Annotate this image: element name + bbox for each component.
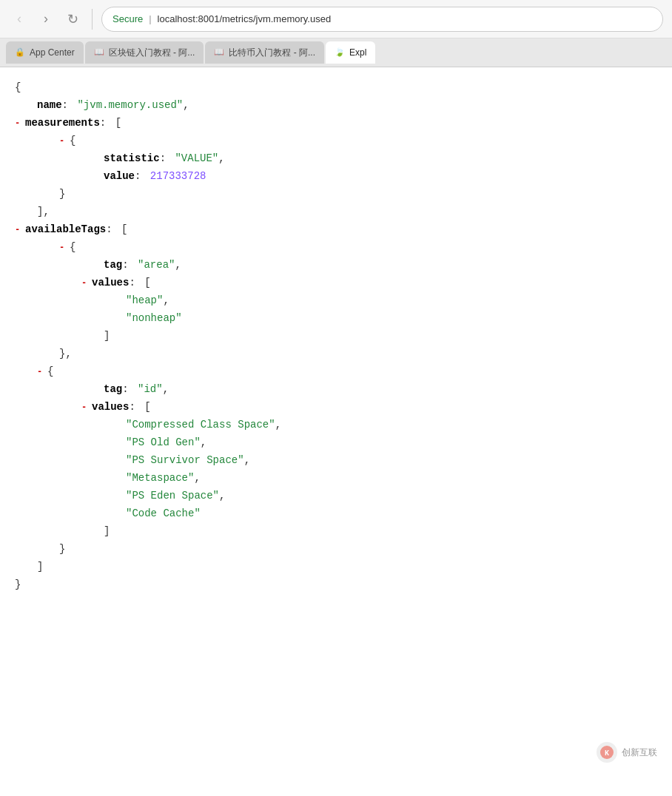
line-tag2-values-key: - values : [: [15, 399, 657, 416]
watermark: K 创新互联: [597, 742, 657, 763]
nav-divider: [92, 9, 93, 30]
value-colon: :: [135, 168, 147, 186]
line-statistic: statistic : "VALUE" ,: [15, 150, 657, 168]
line-tag1-val-nonheap: "nonheap": [15, 310, 657, 328]
line-tag1-val-heap: "heap" ,: [15, 292, 657, 310]
tag2-values-colon: :: [129, 399, 141, 416]
reload-button[interactable]: ↻: [62, 9, 83, 30]
tag1-brace-close: },: [59, 345, 72, 363]
measurements-colon: :: [100, 115, 112, 132]
measurements-item-brace-close: }: [59, 186, 65, 203]
measurements-bracket-close: ],: [37, 203, 50, 221]
available-tags-bracket-close: ]: [37, 559, 43, 576]
tag2-values-bracket-open: [: [144, 399, 150, 416]
address-bar[interactable]: Secure | localhost:8001/metrics/jvm.memo…: [101, 7, 663, 32]
root-close-brace: }: [15, 576, 21, 594]
tag2-val-comma-2: ,: [244, 452, 250, 470]
tag2-brace-close: }: [59, 541, 65, 559]
watermark-icon: K: [597, 742, 617, 763]
tag1-colon: :: [122, 257, 135, 274]
measurements-item-collapse[interactable]: -: [59, 134, 67, 149]
tab-appcenter[interactable]: 🔒 App Center: [6, 41, 84, 64]
tag1-val-heap-comma: ,: [163, 292, 169, 310]
line-measurements-close: ],: [15, 203, 657, 221]
line-value: value : 217333728: [15, 168, 657, 186]
green-leaf-icon: 🍃: [335, 47, 345, 58]
line-root-close: }: [15, 576, 657, 594]
line-name: name : "jvm.memory.used" ,: [15, 97, 657, 115]
tag1-values-collapse[interactable]: -: [81, 276, 89, 291]
tag1-values-colon: :: [129, 274, 141, 292]
tag2-val-comma-4: ,: [219, 488, 225, 505]
value-number: 217333728: [150, 168, 206, 186]
tag2-values-collapse[interactable]: -: [81, 400, 89, 415]
tag1-key: tag: [104, 257, 122, 274]
line-tag2-val-3: "Metaspace" ,: [15, 470, 657, 488]
forward-button[interactable]: ›: [36, 9, 56, 30]
measurements-item-brace-open: {: [70, 132, 75, 150]
tab-bitcoin-label: 比特币入门教程 - 阿...: [229, 47, 315, 59]
measurements-collapse[interactable]: -: [15, 116, 22, 131]
tag2-collapse[interactable]: -: [37, 365, 44, 380]
tab-appcenter-label: App Center: [30, 47, 75, 58]
root-open-brace: {: [15, 79, 21, 97]
name-colon: :: [62, 97, 75, 115]
tag1-collapse[interactable]: -: [59, 240, 67, 255]
tag1-brace-open: {: [70, 239, 75, 257]
line-measurements-key: - measurements : [: [15, 115, 657, 132]
tag2-val-old-gen: "PS Old Gen": [126, 434, 201, 452]
tag2-val-metaspace: "Metaspace": [126, 470, 194, 488]
measurements-key: measurements: [25, 115, 100, 132]
available-tags-colon: :: [106, 221, 118, 239]
tab-blockchain[interactable]: 📖 区块链入门教程 - 阿...: [85, 41, 204, 64]
statistic-colon: :: [160, 150, 172, 168]
line-tag1-open: - {: [15, 239, 657, 257]
tag2-val-compressed: "Compressed Class Space": [126, 416, 275, 434]
name-comma: ,: [183, 97, 189, 115]
tag1-value: "area": [138, 257, 175, 274]
measurements-bracket-open: [: [115, 115, 121, 132]
svg-text:K: K: [605, 749, 609, 758]
tag2-val-comma-3: ,: [194, 470, 200, 488]
nav-bar: ‹ › ↻ Secure | localhost:8001/metrics/jv…: [0, 0, 672, 38]
line-available-tags-key: - availableTags : [: [15, 221, 657, 239]
tag2-comma: ,: [163, 381, 169, 399]
tag2-brace-open: {: [47, 363, 53, 381]
book-icon-1: 📖: [94, 47, 104, 58]
line-tag2-close: }: [15, 541, 657, 559]
tag1-values-bracket-open: [: [144, 274, 150, 292]
statistic-key: statistic: [104, 150, 160, 168]
back-button[interactable]: ‹: [9, 9, 30, 30]
line-tag1-values-close: ]: [15, 328, 657, 345]
tab-blockchain-label: 区块链入门教程 - 阿...: [109, 47, 195, 59]
tab-bitcoin[interactable]: 📖 比特币入门教程 - 阿...: [205, 41, 324, 64]
line-open-brace: {: [15, 79, 657, 97]
tab-expl-label: Expl: [349, 47, 366, 58]
tag1-values-bracket-close: ]: [104, 328, 110, 345]
tab-expl[interactable]: 🍃 Expl: [326, 41, 375, 64]
lock-icon: 🔒: [15, 47, 25, 58]
line-measurements-item-close: }: [15, 186, 657, 203]
nav-buttons: ‹ › ↻: [9, 9, 83, 30]
line-tag2-val-0: "Compressed Class Space" ,: [15, 416, 657, 434]
line-tag2-val-4: "PS Eden Space" ,: [15, 488, 657, 505]
tag1-val-heap: "heap": [126, 292, 163, 310]
line-tag2-key: tag : "id" ,: [15, 381, 657, 399]
book-icon-2: 📖: [214, 47, 224, 58]
line-tag2-val-2: "PS Survivor Space" ,: [15, 452, 657, 470]
name-key: name: [37, 97, 62, 115]
line-tag2-open: - {: [15, 363, 657, 381]
tag1-comma: ,: [175, 257, 181, 274]
available-tags-collapse[interactable]: -: [15, 223, 22, 237]
value-key: value: [104, 168, 135, 186]
tag2-val-survivor: "PS Survivor Space": [126, 452, 244, 470]
available-tags-bracket-open: [: [121, 221, 127, 239]
url-text: localhost:8001/metrics/jvm.memory.used: [158, 13, 332, 24]
watermark-text: 创新互联: [622, 745, 657, 760]
browser-chrome: ‹ › ↻ Secure | localhost:8001/metrics/jv…: [0, 0, 672, 67]
tag1-val-nonheap: "nonheap": [126, 310, 182, 328]
line-tag1-close: },: [15, 345, 657, 363]
line-measurements-item-open: - {: [15, 132, 657, 150]
line-tag2-val-5: "Code Cache": [15, 505, 657, 523]
available-tags-key: availableTags: [25, 221, 106, 239]
